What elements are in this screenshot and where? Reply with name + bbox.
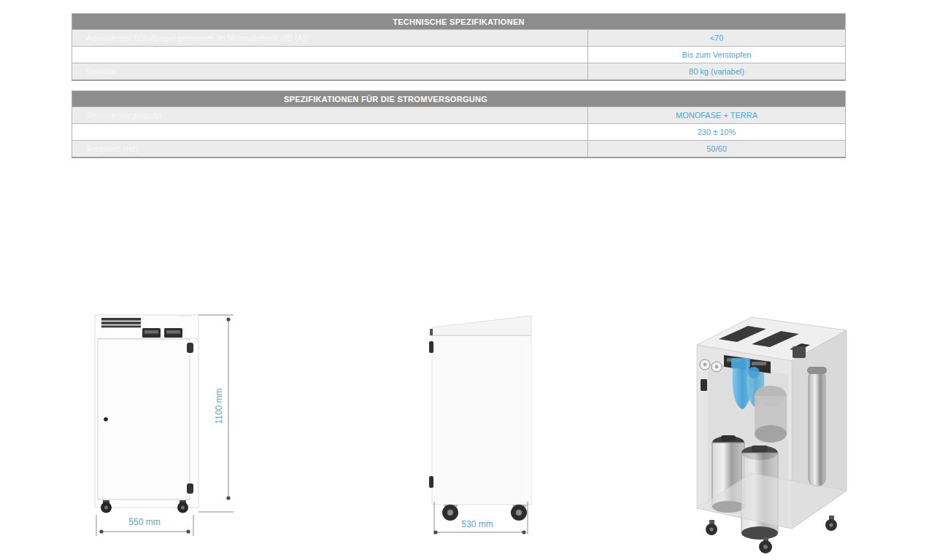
switch-icon [701, 379, 707, 391]
width-dimension: 550 mm [96, 515, 193, 536]
cabinet-door [98, 339, 190, 499]
row-value: MONOFASE + TERRA [588, 107, 846, 124]
hinge-bottom-icon [429, 476, 433, 488]
row-value: 50/60 [588, 141, 846, 158]
lid [432, 316, 531, 335]
table-row: Stromversorgungsart MONOFASE + TERRA [72, 107, 846, 124]
hinge-top-icon [429, 341, 433, 353]
table-header-row: SPEZIFIKATIONEN FÜR DIE STROMVERSORGUNG [72, 91, 846, 107]
table-title-text: TECHNISCHE SPEZIFIKATIONEN [393, 18, 525, 26]
caster-icons [442, 505, 527, 521]
width-dimension-label: 550 mm [128, 517, 160, 527]
cabinet-side [432, 335, 531, 505]
row-label [72, 124, 588, 141]
row-label [72, 47, 588, 63]
front-view-figure: 1100 mm 550 mm [72, 303, 239, 554]
table-title: TECHNISCHE SPEZIFIKATIONEN [72, 14, 846, 30]
table-row: Frequenz (Hz) 50/60 [72, 141, 846, 158]
table-title: SPEZIFIKATIONEN FÜR DIE STROMVERSORGUNG [72, 91, 846, 107]
hinge-top-icon [187, 343, 193, 353]
row-value: Bis zum Verstopfen [588, 47, 846, 63]
top-grille-icon [101, 317, 142, 328]
hinge-bottom-icon [187, 483, 193, 494]
height-dimension-label: 1100 mm [214, 388, 224, 424]
table-title-text: SPEZIFIKATIONEN FÜR DIE STROMVERSORGUNG [284, 95, 487, 104]
page: TECHNISCHE SPEZIFIKATIONEN Äquivalenter … [0, 0, 937, 560]
table-row: 230 ± 10% [72, 124, 846, 141]
row-label: Frequenz (Hz) [72, 141, 588, 158]
row-value: 80 kg (variabel) [588, 63, 846, 81]
width-dimension-label: 530 mm [461, 519, 493, 529]
side-view-figure: 530 mm [409, 303, 547, 554]
exhaust-pipe [807, 367, 827, 486]
table-row: Bis zum Verstopfen [72, 47, 846, 63]
cutaway-view-figure [679, 310, 854, 558]
height-dimension: 1100 mm [198, 315, 234, 512]
spec-table-power: SPEZIFIKATIONEN FÜR DIE STROMVERSORGUNG … [72, 90, 846, 158]
row-value: 230 ± 10% [588, 124, 846, 141]
row-label: Gewicht [72, 63, 588, 81]
table-row: Äquivalenter Schallpegel gemessen im Nor… [72, 30, 846, 47]
row-label: Stromversorgungsart [72, 107, 588, 124]
door-lock-icon [104, 417, 108, 421]
row-value: <70 [588, 30, 846, 47]
spec-table-technical: TECHNISCHE SPEZIFIKATIONEN Äquivalenter … [72, 13, 846, 81]
table-row: Gewicht 80 kg (variabel) [72, 63, 846, 81]
table-header-row: TECHNISCHE SPEZIFIKATIONEN [72, 14, 846, 30]
motor-unit [755, 386, 787, 443]
latch-icon [430, 329, 433, 335]
row-label: Äquivalenter Schallpegel gemessen im Nor… [72, 30, 588, 47]
